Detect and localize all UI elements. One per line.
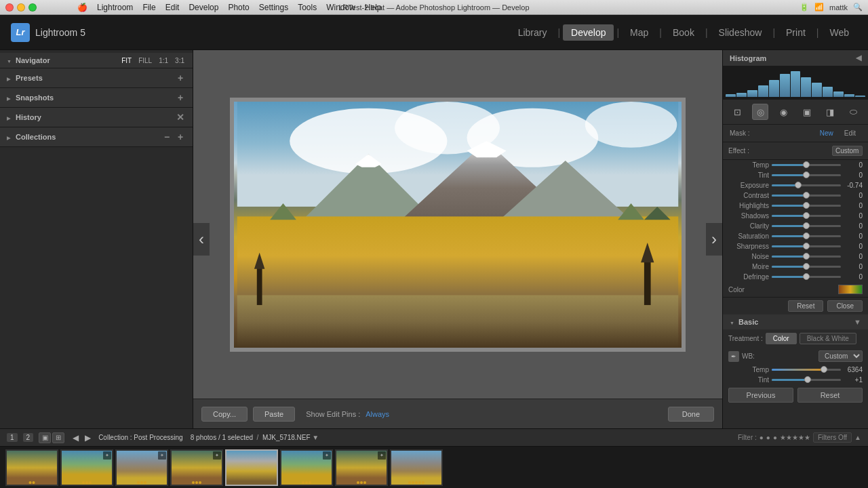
crop-tool-button[interactable]: ⊡: [729, 104, 745, 120]
highlights-slider[interactable]: [772, 205, 841, 207]
saturation-thumb[interactable]: [803, 232, 810, 239]
basic-tint-slider[interactable]: [772, 379, 841, 381]
search-icon[interactable]: 🔍: [853, 3, 863, 12]
defringe-thumb[interactable]: [803, 273, 810, 280]
tint-thumb[interactable]: [803, 171, 810, 178]
tab-book[interactable]: Book: [665, 24, 703, 41]
filmstrip-page-1[interactable]: 1: [7, 433, 18, 442]
menu-develop[interactable]: Develop: [189, 3, 218, 12]
noise-slider[interactable]: [772, 256, 841, 258]
filmstrip-single-view[interactable]: ▣: [39, 432, 51, 443]
filter-dot-3[interactable]: ●: [773, 434, 777, 441]
clarity-thumb[interactable]: [803, 222, 810, 229]
next-photo-button[interactable]: ›: [706, 223, 722, 256]
basic-temp-slider[interactable]: [772, 369, 841, 371]
thumbnail-8[interactable]: [390, 449, 443, 486]
filmstrip-page-2[interactable]: 2: [23, 433, 34, 442]
paste-button[interactable]: Paste: [253, 407, 295, 422]
histogram-header[interactable]: Histogram ◀: [723, 50, 868, 66]
navigator-header[interactable]: Navigator FIT FILL 1:1 3:1: [0, 53, 193, 68]
sharpness-thumb[interactable]: [803, 243, 810, 249]
thumbnail-6[interactable]: ✦: [280, 449, 333, 486]
basic-tint-thumb[interactable]: [804, 376, 811, 383]
collections-header[interactable]: Collections − +: [0, 127, 193, 146]
filmstrip-grid-view[interactable]: ⊞: [52, 432, 64, 443]
highlights-thumb[interactable]: [803, 202, 810, 209]
color-swatch[interactable]: [838, 285, 863, 294]
thumbnail-2[interactable]: ✦: [60, 449, 113, 486]
maximize-window-button[interactable]: [28, 3, 37, 12]
sharpness-slider[interactable]: [772, 245, 841, 247]
menu-edit[interactable]: Edit: [165, 3, 180, 12]
tab-library[interactable]: Library: [510, 24, 555, 41]
defringe-slider[interactable]: [772, 276, 841, 278]
moire-thumb[interactable]: [803, 263, 810, 270]
done-button[interactable]: Done: [668, 407, 714, 422]
presets-header[interactable]: Presets +: [0, 68, 193, 87]
thumbnail-1[interactable]: [5, 449, 58, 486]
clarity-slider[interactable]: [772, 225, 841, 227]
menu-tools[interactable]: Tools: [298, 3, 317, 12]
redeye-button[interactable]: ◉: [776, 104, 792, 120]
contrast-slider[interactable]: [772, 195, 841, 197]
exposure-thumb[interactable]: [795, 182, 802, 188]
snapshots-header[interactable]: Snapshots +: [0, 88, 193, 107]
mask-new-button[interactable]: New: [814, 128, 839, 138]
filters-off-button[interactable]: Filters Off: [813, 432, 852, 443]
presets-add-button[interactable]: +: [175, 73, 186, 83]
spot-heal-button[interactable]: ◎: [752, 104, 768, 120]
menu-settings[interactable]: Settings: [259, 3, 288, 12]
mask-close-button[interactable]: Close: [827, 300, 863, 312]
temp-thumb[interactable]: [803, 161, 810, 168]
collections-minus-button[interactable]: −: [161, 131, 172, 142]
basic-temp-thumb[interactable]: [821, 366, 827, 373]
mask-reset-button[interactable]: Reset: [788, 300, 823, 312]
menu-photo[interactable]: Photo: [228, 3, 249, 12]
menu-file[interactable]: File: [142, 3, 155, 12]
moire-slider[interactable]: [772, 266, 841, 268]
saturation-slider[interactable]: [772, 235, 841, 237]
histogram-collapse-button[interactable]: ◀: [856, 54, 861, 62]
noise-thumb[interactable]: [803, 253, 810, 260]
radial-button[interactable]: ⬭: [846, 104, 862, 120]
always-button[interactable]: Always: [366, 410, 389, 418]
filter-dot-2[interactable]: ●: [766, 434, 770, 441]
filmstrip-next-button[interactable]: ▶: [82, 432, 93, 443]
thumbnail-5[interactable]: [225, 449, 278, 486]
temp-slider[interactable]: [772, 164, 841, 166]
basic-reset-button[interactable]: Reset: [797, 388, 863, 403]
shadows-thumb[interactable]: [803, 212, 810, 219]
mask-edit-button[interactable]: Edit: [839, 128, 861, 138]
tab-print[interactable]: Print: [778, 24, 814, 41]
tab-develop[interactable]: Develop: [563, 24, 614, 41]
wb-eyedropper-icon[interactable]: ✒: [728, 351, 739, 362]
tab-slideshow[interactable]: Slideshow: [711, 24, 770, 41]
zoom-fit[interactable]: FIT: [120, 57, 133, 64]
menu-lightroom[interactable]: Lightroom: [97, 3, 133, 12]
color-treatment-button[interactable]: Color: [766, 333, 797, 344]
shadows-slider[interactable]: [772, 215, 841, 217]
zoom-fill[interactable]: FILL: [137, 57, 153, 64]
zoom-1to1[interactable]: 1:1: [157, 57, 170, 64]
thumbnail-7[interactable]: ✦: [335, 449, 388, 486]
brush-button[interactable]: ▣: [799, 104, 815, 120]
copy-button[interactable]: Copy...: [201, 407, 248, 422]
wb-select[interactable]: Custom: [818, 350, 863, 362]
filmstrip-prev-button[interactable]: ◀: [70, 432, 81, 443]
contrast-thumb[interactable]: [803, 192, 810, 199]
prev-photo-button[interactable]: ‹: [193, 223, 210, 256]
history-close-button[interactable]: ✕: [175, 112, 186, 123]
bw-treatment-button[interactable]: Black & White: [800, 333, 856, 344]
thumbnail-4[interactable]: ✦: [170, 449, 223, 486]
minimize-window-button[interactable]: [17, 3, 25, 12]
history-header[interactable]: History ✕: [0, 108, 193, 127]
exposure-slider[interactable]: [772, 184, 841, 186]
tint-slider[interactable]: [772, 174, 841, 176]
thumbnail-3[interactable]: ✦: [115, 449, 168, 486]
window-controls[interactable]: [5, 3, 37, 12]
tab-web[interactable]: Web: [821, 24, 857, 41]
effect-select[interactable]: Custom: [832, 146, 863, 156]
snapshots-add-button[interactable]: +: [175, 92, 186, 103]
menu-apple[interactable]: 🍎: [77, 3, 87, 12]
basic-collapse-button[interactable]: ▼: [854, 318, 861, 326]
